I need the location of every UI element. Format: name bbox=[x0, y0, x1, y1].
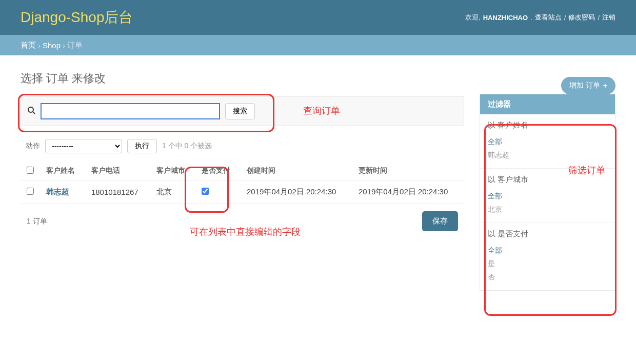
site-title: Django-Shop后台 bbox=[21, 8, 133, 27]
page-title: 选择 订单 来修改 bbox=[21, 71, 106, 86]
add-button[interactable]: 增加 订单 + bbox=[561, 77, 615, 94]
filter-option[interactable]: 否 bbox=[488, 271, 607, 284]
separator: / bbox=[598, 14, 600, 22]
save-button[interactable]: 保存 bbox=[422, 211, 458, 231]
filter-option[interactable]: 韩志超 bbox=[488, 149, 607, 162]
col-paid[interactable]: 是否支付 bbox=[195, 161, 241, 181]
change-password-link[interactable]: 修改密码 bbox=[568, 13, 595, 22]
row-created: 2019年04月02日 20:24:30 bbox=[241, 181, 352, 204]
filter-section-paid: 以 是否支付 全部 是 否 bbox=[480, 223, 615, 290]
filter-section-title: 以 是否支付 bbox=[488, 229, 607, 239]
actions-row: 动作 --------- 执行 1 个中 0 个被选 bbox=[21, 139, 464, 153]
logout-link[interactable]: 注销 bbox=[602, 13, 615, 22]
search-bar: 搜索 查询订单 bbox=[21, 96, 464, 126]
result-count: 1 订单 bbox=[27, 217, 47, 226]
filter-section-title: 以 客户姓名 bbox=[488, 120, 607, 130]
row-updated: 2019年04月02日 20:24:30 bbox=[352, 181, 464, 204]
search-icon bbox=[27, 106, 35, 116]
result-table: 客户姓名 客户电话 客户城市 是否支付 创建时间 更新时间 韩志超 180101… bbox=[21, 161, 464, 204]
filter-section-name: 以 客户姓名 全部 韩志超 bbox=[480, 114, 615, 169]
row-name-link[interactable]: 韩志超 bbox=[46, 187, 69, 196]
annotation-text: 查询订单 bbox=[303, 105, 340, 117]
sidebar: 增加 订单 + 过滤器 以 客户姓名 全部 韩志超 以 客户城市 全部 北京 以… bbox=[480, 71, 615, 291]
actions-label: 动作 bbox=[26, 141, 40, 151]
breadcrumb: 首页 › Shop › 订单 bbox=[0, 35, 636, 55]
row-checkbox[interactable] bbox=[27, 188, 34, 195]
svg-line-1 bbox=[33, 112, 35, 114]
col-phone[interactable]: 客户电话 bbox=[85, 161, 150, 181]
actions-select[interactable]: --------- bbox=[45, 139, 122, 153]
filter-header: 过滤器 bbox=[480, 94, 615, 114]
actions-counter: 1 个中 0 个被选 bbox=[162, 141, 212, 151]
annotation-text: 可在列表中直接编辑的字段 bbox=[190, 226, 301, 238]
search-button[interactable]: 搜索 bbox=[225, 103, 255, 119]
actions-go-button[interactable]: 执行 bbox=[127, 139, 157, 153]
row-paid-checkbox[interactable] bbox=[202, 188, 209, 195]
filter-option[interactable]: 北京 bbox=[488, 203, 607, 216]
filter-section-city: 以 客户城市 全部 北京 bbox=[480, 169, 615, 223]
welcome-text: 欢迎, bbox=[465, 13, 481, 22]
breadcrumb-home[interactable]: 首页 bbox=[21, 41, 36, 50]
plus-icon: + bbox=[603, 82, 607, 90]
header: Django-Shop后台 欢迎, HANZHICHAO. 查看站点 / 修改密… bbox=[0, 0, 636, 35]
row-city: 北京 bbox=[150, 181, 195, 204]
filter-option[interactable]: 是 bbox=[488, 257, 607, 271]
select-all-checkbox[interactable] bbox=[27, 167, 34, 174]
row-phone: 18010181267 bbox=[85, 181, 150, 204]
username: HANZHICHAO bbox=[483, 14, 528, 22]
col-city[interactable]: 客户城市 bbox=[150, 161, 195, 181]
filter-option[interactable]: 全部 bbox=[488, 190, 607, 203]
col-created[interactable]: 创建时间 bbox=[241, 161, 352, 181]
separator: / bbox=[564, 14, 566, 22]
filter-option[interactable]: 全部 bbox=[488, 244, 607, 257]
breadcrumb-app[interactable]: Shop bbox=[43, 41, 61, 50]
view-site-link[interactable]: 查看站点 bbox=[535, 13, 562, 22]
main-content: 选择 订单 来修改 搜索 查询订单 动作 --------- 执行 1 个中 0… bbox=[21, 71, 464, 291]
search-input[interactable] bbox=[41, 103, 220, 119]
table-row: 韩志超 18010181267 北京 2019年04月02日 20:24:30 … bbox=[21, 181, 464, 204]
filter-option[interactable]: 全部 bbox=[488, 135, 607, 149]
filter-panel: 过滤器 以 客户姓名 全部 韩志超 以 客户城市 全部 北京 以 是否支付 全部… bbox=[480, 94, 615, 291]
col-name[interactable]: 客户姓名 bbox=[40, 161, 85, 181]
breadcrumb-current: 订单 bbox=[67, 41, 83, 50]
annotation-text: 筛选订单 bbox=[568, 164, 605, 176]
col-updated[interactable]: 更新时间 bbox=[352, 161, 464, 181]
svg-point-0 bbox=[28, 107, 33, 112]
user-tools: 欢迎, HANZHICHAO. 查看站点 / 修改密码 / 注销 bbox=[465, 13, 615, 22]
